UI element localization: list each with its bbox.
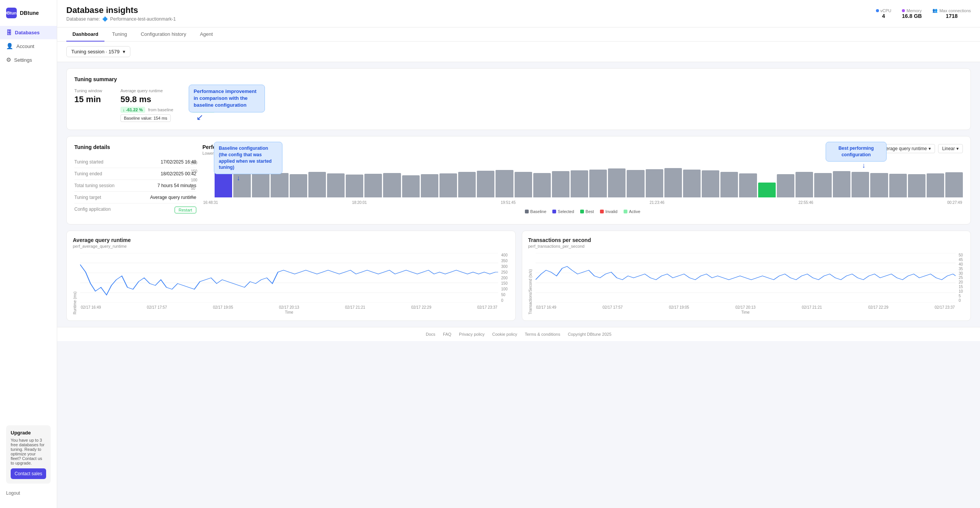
- logout-link[interactable]: Logout: [6, 487, 51, 499]
- bar-18[interactable]: [552, 171, 569, 197]
- bar-8[interactable]: [364, 174, 382, 197]
- sidebar-item-label: Account: [16, 43, 34, 49]
- stat-maxconn-value: 1718: [932, 13, 971, 19]
- bar-4[interactable]: [290, 174, 307, 197]
- avg-query-dropdown[interactable]: Average query runtime ▾: [876, 144, 935, 153]
- bar-21[interactable]: [608, 168, 626, 197]
- bar-36[interactable]: [889, 174, 907, 197]
- bar-12[interactable]: [439, 173, 457, 197]
- databases-icon: 🗄: [6, 29, 12, 36]
- td-row-config: Config application Restart: [74, 204, 196, 216]
- bar-15[interactable]: [496, 170, 513, 197]
- bar-13[interactable]: [458, 172, 476, 197]
- bar-19[interactable]: [571, 170, 588, 197]
- bar-24[interactable]: [664, 168, 682, 197]
- tuning-details-title: Tuning details: [74, 144, 196, 150]
- td-label-ended: Tuning ended: [74, 171, 102, 176]
- perf-summary-subtitle: Lower number is better: [202, 151, 260, 155]
- legend-best: Best: [580, 209, 594, 214]
- topbar: Database insights Database name: 🔷 Perfo…: [57, 0, 980, 27]
- bar-34[interactable]: [852, 172, 869, 197]
- bar-39[interactable]: [945, 172, 963, 197]
- bottom-charts: Average query runtime perf_average_query…: [66, 231, 971, 321]
- bar-9[interactable]: [383, 173, 401, 197]
- sidebar-item-databases[interactable]: 🗄 Databases: [0, 26, 57, 39]
- sidebar-item-account[interactable]: 👤 Account: [0, 39, 57, 53]
- bar-10[interactable]: [402, 175, 420, 197]
- bar-35[interactable]: [870, 173, 888, 197]
- sidebar-item-settings[interactable]: ⚙ Settings: [0, 53, 57, 67]
- legend-dot-best: [580, 210, 584, 213]
- legend-selected: Selected: [552, 209, 574, 214]
- settings-icon: ⚙: [6, 56, 11, 63]
- maxconn-icon: 👥: [932, 8, 938, 13]
- bar-5[interactable]: [308, 172, 326, 197]
- bar-3[interactable]: [271, 173, 288, 197]
- td-row-total: Total tuning session 7 hours 54 minutes: [74, 180, 196, 192]
- contact-sales-button[interactable]: Contact sales: [11, 468, 46, 479]
- bar-26[interactable]: [702, 170, 719, 197]
- footer-link-privacy[interactable]: Privacy policy: [459, 332, 484, 337]
- footer-link-faq[interactable]: FAQ: [443, 332, 451, 337]
- session-dropdown-icon: ▾: [123, 49, 125, 54]
- bar-29[interactable]: [758, 183, 776, 197]
- bar-2[interactable]: [252, 171, 269, 197]
- bar-33[interactable]: [833, 171, 850, 197]
- bar-17[interactable]: [533, 173, 551, 197]
- footer-link-docs[interactable]: Docs: [426, 332, 435, 337]
- bar-0[interactable]: [215, 159, 232, 197]
- bar-27[interactable]: [720, 172, 738, 197]
- tab-dashboard[interactable]: Dashboard: [66, 27, 104, 42]
- avg-query-chart-area: Runtime (ms): [73, 253, 509, 314]
- bar-37[interactable]: [908, 174, 925, 197]
- tps-badge: ↑ 37.85 %: [192, 107, 215, 113]
- bar-25[interactable]: [683, 170, 701, 197]
- stat-maxconn-label: 👥 Max connections: [932, 8, 971, 13]
- footer-copyright: Copyright DBtune 2025: [568, 332, 611, 337]
- avg-query-col: Average query runtime 59.8 ms ↓ -61.22 %…: [120, 88, 173, 122]
- y-axis-label-tps: Transactions/Second (tx/s): [528, 253, 533, 314]
- legend-dot-baseline: [525, 210, 529, 213]
- tps-label: Transactions per second: [192, 88, 243, 93]
- bar-6[interactable]: [327, 173, 345, 197]
- linear-dropdown[interactable]: Linear ▾: [938, 144, 963, 153]
- tab-tuning[interactable]: Tuning: [106, 27, 133, 42]
- footer-link-terms[interactable]: Terms & conditions: [525, 332, 560, 337]
- bar-22[interactable]: [627, 170, 644, 197]
- bar-16[interactable]: [515, 172, 532, 197]
- upgrade-box: Upgrade You have up to 3 free databases …: [6, 425, 51, 484]
- y-labels: 200 150 100 50 0: [191, 161, 197, 199]
- avg-query-badge: ↓ -61.22 %: [120, 107, 145, 113]
- legend-label-selected: Selected: [558, 209, 574, 214]
- session-selector[interactable]: Tuning session · 1579 ▾: [66, 46, 130, 57]
- bar-28[interactable]: [739, 173, 757, 197]
- tps-x-axis-label: Time: [536, 310, 956, 314]
- bar-7[interactable]: [346, 175, 363, 197]
- dropdown-arrow: ▾: [956, 146, 959, 151]
- bar-30[interactable]: [777, 174, 794, 197]
- bar-23[interactable]: [646, 169, 663, 197]
- legend-active: Active: [624, 209, 640, 214]
- tab-agent[interactable]: Agent: [194, 27, 219, 42]
- tab-configuration-history[interactable]: Configuration history: [135, 27, 192, 42]
- bar-31[interactable]: [796, 172, 813, 197]
- avg-query-chart-title: Average query runtime: [73, 237, 509, 243]
- chart-legend: Baseline Selected Best Invalid: [202, 209, 963, 214]
- td-label-started: Tuning started: [74, 159, 103, 165]
- td-label-config: Config application: [74, 207, 111, 213]
- bar-38[interactable]: [927, 173, 944, 197]
- tps-from-text: from baseline: [218, 107, 243, 112]
- bar-20[interactable]: [589, 170, 607, 197]
- perf-summary: Performance summary Lower number is bett…: [202, 144, 963, 216]
- stat-vcpu: vCPU 4: [876, 8, 892, 19]
- dropdown-arrow: ▾: [929, 146, 931, 151]
- bar-32[interactable]: [814, 173, 832, 197]
- footer-link-cookie[interactable]: Cookie policy: [492, 332, 517, 337]
- sidebar-item-label: Databases: [15, 30, 40, 35]
- bar-11[interactable]: [421, 174, 438, 197]
- footer: Docs FAQ Privacy policy Cookie policy Te…: [57, 327, 980, 341]
- legend-dot-invalid: [600, 210, 604, 213]
- bar-1[interactable]: [233, 172, 251, 197]
- perf-summary-title: Performance summary: [202, 144, 260, 150]
- bar-14[interactable]: [477, 171, 494, 197]
